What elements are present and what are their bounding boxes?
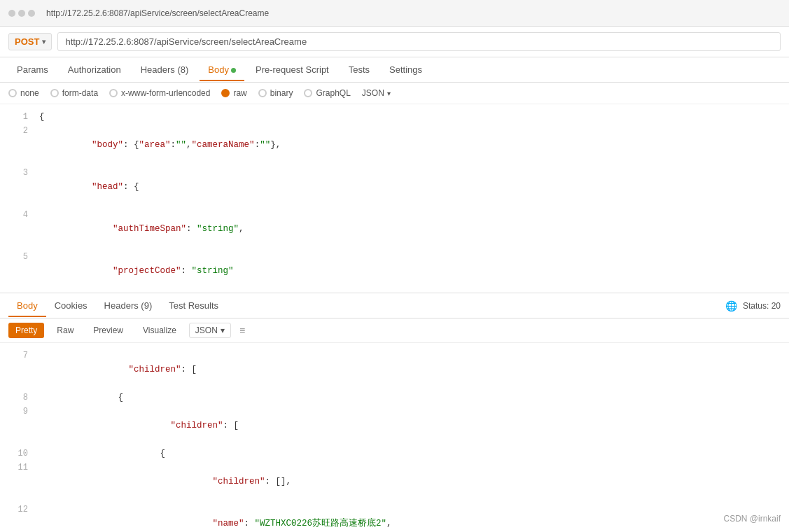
radio-circle-raw bbox=[221, 89, 230, 97]
dot-1 bbox=[8, 10, 15, 17]
radio-circle-form-data bbox=[50, 89, 59, 97]
radio-urlencoded[interactable]: x-www-form-urlencoded bbox=[109, 88, 210, 98]
radio-form-data[interactable]: form-data bbox=[50, 88, 98, 98]
tab-settings[interactable]: Settings bbox=[381, 59, 431, 80]
code-line-5: 5 "projectCode": "string" bbox=[0, 250, 789, 292]
resp-line-9: 9 "children": [ bbox=[0, 405, 789, 447]
radio-circle-none bbox=[8, 89, 17, 97]
code-line-3: 3 "head": { bbox=[0, 166, 789, 208]
dot-2 bbox=[18, 10, 25, 17]
body-dot bbox=[231, 68, 236, 73]
response-json-chevron: ▾ bbox=[221, 326, 225, 335]
titlebar-url: http://172.25.2.6:8087/apiService/screen… bbox=[46, 8, 269, 18]
url-input[interactable] bbox=[57, 32, 781, 51]
request-tab-nav: Params Authorization Headers (8) Body Pr… bbox=[0, 57, 789, 83]
resp-line-8: 8 { bbox=[0, 391, 789, 405]
format-visualize[interactable]: Visualize bbox=[136, 323, 183, 338]
method-chevron: ▾ bbox=[42, 38, 46, 46]
code-line-1: 1 { bbox=[0, 110, 789, 124]
response-format-bar: Pretty Raw Preview Visualize JSON ▾ ≡ bbox=[0, 318, 789, 343]
code-line-4: 4 "authTimeSpan": "string", bbox=[0, 208, 789, 250]
response-tab-cookies[interactable]: Cookies bbox=[46, 295, 96, 316]
tab-pre-request[interactable]: Pre-request Script bbox=[247, 59, 337, 80]
resp-line-10: 10 { bbox=[0, 447, 789, 461]
request-code-area[interactable]: 1 { 2 "body": {"area":"","cameraName":""… bbox=[0, 104, 789, 293]
radio-raw[interactable]: raw bbox=[221, 88, 246, 98]
code-line-2: 2 "body": {"area":"","cameraName":""}, bbox=[0, 124, 789, 166]
response-json-selector[interactable]: JSON ▾ bbox=[189, 323, 231, 338]
titlebar: http://172.25.2.6:8087/apiService/screen… bbox=[0, 0, 789, 27]
resp-line-12: 12 "name": "WZTHXC0226苏旺路高速桥底2", bbox=[0, 503, 789, 532]
window-controls bbox=[8, 10, 35, 17]
globe-icon: 🌐 bbox=[725, 300, 737, 312]
watermark: CSDN @irnkaif bbox=[723, 514, 781, 524]
resp-line-7: 7 "children": [ bbox=[0, 349, 789, 391]
json-chevron: ▾ bbox=[387, 90, 391, 97]
response-tab-nav: Body Cookies Headers (9) Test Results 🌐 … bbox=[0, 293, 789, 318]
tab-authorization[interactable]: Authorization bbox=[60, 59, 130, 80]
radio-circle-binary bbox=[258, 89, 267, 97]
json-format-selector[interactable]: JSON ▾ bbox=[362, 88, 391, 98]
status-area: 🌐 Status: 20 bbox=[725, 300, 781, 312]
resp-line-11: 11 "children": [], bbox=[0, 461, 789, 503]
response-code-area[interactable]: 7 "children": [ 8 { 9 "children": [ 10 { bbox=[0, 343, 789, 532]
method-label: POST bbox=[15, 36, 39, 47]
tab-headers[interactable]: Headers (8) bbox=[132, 59, 197, 80]
wrap-icon[interactable]: ≡ bbox=[239, 325, 245, 336]
status-text: Status: 20 bbox=[743, 301, 781, 311]
radio-graphql[interactable]: GraphQL bbox=[304, 88, 350, 98]
format-raw[interactable]: Raw bbox=[50, 323, 81, 338]
response-tab-test-results[interactable]: Test Results bbox=[160, 295, 227, 316]
tab-body[interactable]: Body bbox=[200, 59, 244, 80]
radio-binary[interactable]: binary bbox=[258, 88, 293, 98]
dot-3 bbox=[28, 10, 35, 17]
tab-tests[interactable]: Tests bbox=[340, 59, 378, 80]
format-preview[interactable]: Preview bbox=[86, 323, 130, 338]
radio-circle-urlencoded bbox=[109, 89, 118, 97]
body-options: none form-data x-www-form-urlencoded raw… bbox=[0, 83, 789, 104]
response-tab-headers[interactable]: Headers (9) bbox=[96, 295, 161, 316]
radio-none[interactable]: none bbox=[8, 88, 39, 98]
format-pretty[interactable]: Pretty bbox=[8, 323, 44, 338]
url-bar: POST ▾ bbox=[0, 27, 789, 57]
tab-params[interactable]: Params bbox=[8, 59, 57, 80]
response-tab-body[interactable]: Body bbox=[8, 295, 46, 316]
radio-circle-graphql bbox=[304, 89, 312, 97]
method-select[interactable]: POST ▾ bbox=[8, 33, 52, 50]
